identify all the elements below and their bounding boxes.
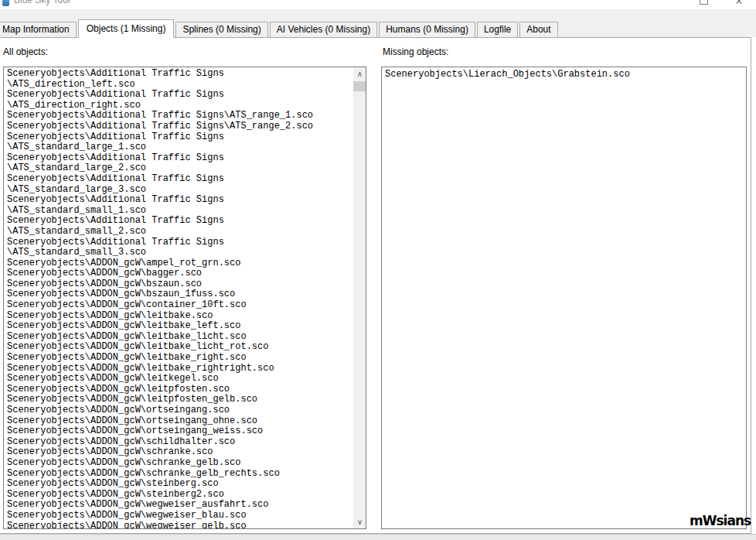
list-line: Sceneryobjects\Additional Traffic Signs: [7, 132, 351, 143]
list-line: \ATS_direction_right.sco: [7, 101, 351, 111]
list-line: Sceneryobjects\Additional Traffic Signs: [7, 238, 351, 248]
tab-logfile[interactable]: Logfile: [477, 22, 518, 37]
list-line: Sceneryobjects\ADDON_gcW\schildhalter.sc…: [7, 437, 351, 448]
list-line: Sceneryobjects\ADDON_gcW\leitbake_left.s…: [7, 321, 351, 332]
list-line: Sceneryobjects\ADDON_gcW\ortseingang_ohn…: [7, 416, 351, 427]
list-line: Sceneryobjects\ADDON_gcW\bszaun.sco: [7, 279, 351, 290]
window-body: Map InformationObjects (1 Missing)Spline…: [0, 9, 756, 535]
tab-objects-1-missing[interactable]: Objects (1 Missing): [78, 19, 175, 38]
scroll-up-icon[interactable]: ∧: [353, 67, 366, 80]
list-line: Sceneryobjects\ADDON_gcW\leitbake_licht_…: [7, 342, 351, 353]
tab-label: About: [526, 24, 550, 35]
list-line: \ATS_standard_large_3.sco: [7, 185, 351, 196]
list-line: Sceneryobjects\ADDON_gcW\schranke_gelb.s…: [7, 458, 351, 469]
list-line: Sceneryobjects\ADDON_gcW\ampel_rot_grn.s…: [7, 258, 351, 269]
list-line: Sceneryobjects\ADDON_gcW\leitbake_right.…: [7, 353, 351, 364]
tab-humans-0-missing[interactable]: Humans (0 Missing): [379, 22, 475, 37]
list-line: Sceneryobjects\ADDON_gcW\ortseingang_wei…: [7, 426, 351, 437]
list-line: Sceneryobjects\ADDON_gcW\leitkegel.sco: [7, 374, 351, 384]
list-line: \ATS_standard_small_2.sco: [7, 227, 351, 238]
list-line: Sceneryobjects\ADDON_gcW\bagger.sco: [7, 268, 351, 279]
missing-objects-list[interactable]: Sceneryobjects\Lierach_Objects\Grabstein…: [381, 67, 747, 529]
tab-label: Logfile: [484, 24, 511, 35]
scrollbar-thumb[interactable]: [353, 81, 366, 91]
list-line: Sceneryobjects\Lierach_Objects\Grabstein…: [385, 70, 744, 80]
list-line: Sceneryobjects\ADDON_gcW\leitbake_rightr…: [7, 364, 351, 374]
tab-label: Humans (0 Missing): [386, 24, 468, 35]
objects-tab-page: All objects: Missing objects: Sceneryobj…: [0, 37, 751, 534]
tab-map-information[interactable]: Map Information: [0, 22, 77, 37]
list-line: Sceneryobjects\Additional Traffic Signs: [7, 195, 351, 206]
list-line: Sceneryobjects\ADDON_gcW\bszaun_1fuss.sc…: [7, 289, 351, 300]
list-line: Sceneryobjects\Additional Traffic Signs: [7, 90, 351, 101]
missing-objects-lines: Sceneryobjects\Lierach_Objects\Grabstein…: [385, 70, 744, 80]
list-line: \ATS_direction_left.sco: [7, 80, 351, 91]
tab-label: Objects (1 Missing): [87, 23, 166, 34]
list-line: \ATS_standard_small_1.sco: [7, 206, 351, 217]
list-line: Sceneryobjects\ADDON_gcW\schranke.sco: [7, 447, 351, 458]
tab-ai-vehicles-0-missing[interactable]: AI Vehicles (0 Missing): [270, 22, 377, 37]
tab-about[interactable]: About: [519, 22, 557, 37]
list-line: Sceneryobjects\Additional Traffic Signs: [7, 69, 351, 80]
list-line: Sceneryobjects\Additional Traffic Signs: [7, 174, 351, 185]
missing-objects-label: Missing objects:: [383, 46, 448, 57]
window-title: Blue Sky Tool: [14, 0, 70, 5]
tab-label: AI Vehicles (0 Missing): [277, 24, 370, 35]
vertical-scrollbar[interactable]: ∧ ∨: [352, 67, 366, 528]
list-line: Sceneryobjects\Additional Traffic Signs\…: [7, 111, 351, 121]
tab-strip: Map InformationObjects (1 Missing)Spline…: [0, 19, 560, 37]
tab-label: Splines (0 Missing): [182, 24, 261, 35]
title-bar: Blue Sky Tool ✕: [0, 0, 756, 9]
list-line: Sceneryobjects\ADDON_gcW\leitbake.sco: [7, 311, 351, 322]
app-icon: [2, 0, 9, 6]
list-line: Sceneryobjects\ADDON_gcW\leitbake_licht.…: [7, 332, 351, 343]
all-objects-label: All objects:: [3, 46, 48, 57]
all-objects-lines: Sceneryobjects\Additional Traffic Signs\…: [7, 69, 351, 529]
list-line: Sceneryobjects\ADDON_gcW\wegweiser_ausfa…: [7, 500, 351, 511]
tab-label: Map Information: [2, 24, 70, 35]
list-line: Sceneryobjects\ADDON_gcW\steinberg2.sco: [7, 490, 351, 501]
list-line: Sceneryobjects\ADDON_gcW\container_10ft.…: [7, 300, 351, 311]
tab-splines-0-missing[interactable]: Splines (0 Missing): [175, 22, 267, 37]
all-objects-list[interactable]: Sceneryobjects\Additional Traffic Signs\…: [3, 67, 366, 529]
list-line: Sceneryobjects\ADDON_gcW\leitpfosten_gel…: [7, 395, 351, 405]
list-line: Sceneryobjects\ADDON_gcW\wegweiser_blau.…: [7, 511, 351, 521]
page-edge-highlight: [751, 37, 756, 534]
list-line: Sceneryobjects\ADDON_gcW\ortseingang.sco: [7, 405, 351, 416]
list-line: \ATS_standard_large_1.sco: [7, 142, 351, 153]
list-line: \ATS_standard_large_2.sco: [7, 163, 351, 174]
list-line: Sceneryobjects\ADDON_gcW\wegweiser_gelb.…: [7, 521, 351, 529]
list-line: Sceneryobjects\ADDON_gcW\leitpfosten.sco: [7, 384, 351, 395]
list-line: \ATS_standard_small_3.sco: [7, 248, 351, 258]
list-line: Sceneryobjects\ADDON_gcW\steinberg.sco: [7, 479, 351, 490]
watermark: mWsians: [690, 513, 751, 529]
list-line: Sceneryobjects\Additional Traffic Signs: [7, 216, 351, 227]
maximize-icon[interactable]: [700, 0, 708, 5]
close-icon[interactable]: ✕: [733, 0, 745, 9]
scroll-down-icon[interactable]: ∨: [353, 515, 366, 528]
list-line: Sceneryobjects\Additional Traffic Signs: [7, 153, 351, 164]
list-line: Sceneryobjects\Additional Traffic Signs\…: [7, 121, 351, 132]
screenshot-root: Blue Sky Tool ✕ Map InformationObjects (…: [0, 0, 756, 540]
list-line: Sceneryobjects\ADDON_gcW\schranke_gelb_r…: [7, 469, 351, 480]
